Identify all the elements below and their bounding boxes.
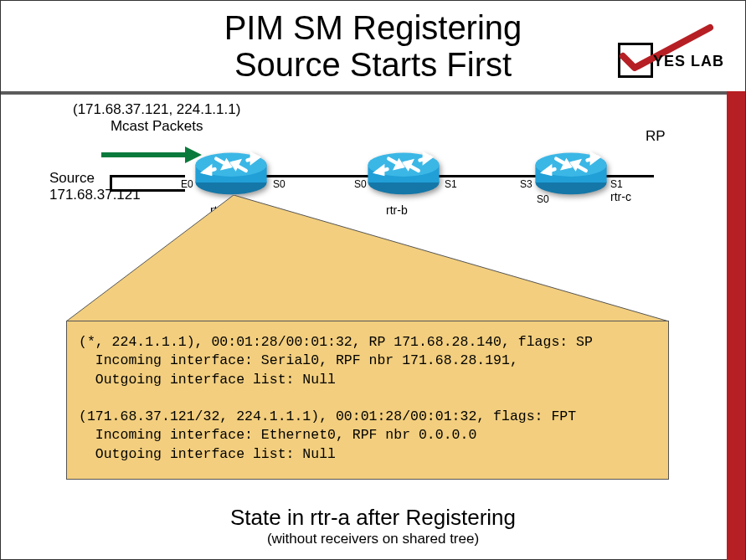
packet-label: (171.68.37.121, 224.1.1.1) Mcast Packets: [73, 101, 240, 134]
svg-marker-19: [405, 162, 411, 167]
svg-marker-30: [573, 162, 579, 167]
cli-line-6: Incoming interface: Ethernet0, RPF nbr 0…: [79, 427, 476, 443]
router-c: [533, 150, 609, 196]
source-bracket: [110, 175, 112, 192]
iface-s0-b: S0: [354, 178, 367, 190]
cli-line-7: Outgoing interface list: Null: [79, 446, 336, 462]
iface-e0: E0: [181, 178, 193, 190]
cli-line-1: (*, 224.1.1.1), 00:01:28/00:01:32, RP 17…: [79, 334, 593, 350]
router-icon: [366, 150, 441, 196]
brand-name: YES LAB: [653, 53, 724, 70]
caption-block: State in rtr-a after Registering (withou…: [1, 505, 745, 547]
slide-root: PIM SM Registering Source Starts First Y…: [0, 0, 746, 560]
iface-s1-b: S1: [445, 178, 457, 190]
caption-sub: (without receivers on shared tree): [1, 531, 745, 547]
svg-marker-8: [233, 162, 239, 167]
iface-s3-c: S3: [520, 178, 532, 190]
link-source-lower: [110, 189, 185, 192]
brand-logo: YES LAB: [618, 26, 735, 85]
link-source-upper: [110, 175, 185, 177]
cli-output: (*, 224.1.1.1), 00:01:28/00:01:32, RP 17…: [66, 321, 669, 480]
diagram-canvas: (171.68.37.121, 224.1.1.1) Mcast Packets…: [1, 95, 745, 559]
rp-label: RP: [646, 128, 666, 145]
caption-main: State in rtr-a after Registering: [1, 505, 745, 531]
cli-line-5: (171.68.37.121/32, 224.1.1.1), 00:01:28/…: [79, 408, 576, 424]
router-icon: [193, 150, 269, 196]
iface-s1-c: S1: [610, 178, 623, 190]
svg-marker-6: [224, 162, 229, 167]
link-c-right: [604, 175, 654, 177]
checkmark-icon: [618, 23, 718, 81]
cli-line-2: Incoming interface: Serial0, RPF nbr 171…: [79, 352, 518, 368]
link-b-c: [436, 175, 537, 177]
callout-wedge: [66, 195, 669, 329]
iface-s0-a: S0: [273, 178, 286, 190]
svg-marker-17: [396, 162, 402, 167]
packet-arrow-icon: [101, 145, 202, 165]
svg-marker-35: [66, 195, 669, 321]
cli-line-3: Outgoing interface list: Null: [79, 372, 336, 388]
svg-marker-28: [563, 162, 569, 167]
title-line-2: Source Starts First: [234, 46, 512, 83]
title-line-1: PIM SM Registering: [224, 9, 522, 46]
link-a-b: [260, 175, 369, 177]
router-a: [193, 150, 269, 196]
router-icon: [533, 150, 609, 196]
router-b: [366, 150, 441, 196]
